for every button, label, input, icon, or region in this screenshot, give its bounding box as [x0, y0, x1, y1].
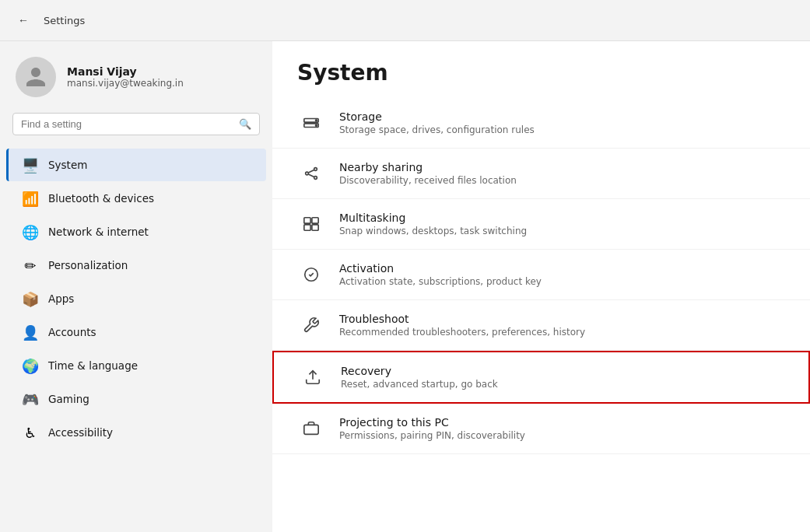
svg-rect-10: [312, 218, 318, 223]
content-header: System: [272, 41, 810, 98]
search-icon: 🔍: [239, 118, 251, 130]
svg-point-3: [316, 124, 317, 126]
sidebar-label-network: Network & internet: [48, 226, 149, 238]
sidebar-item-personalization[interactable]: ✏️ Personalization: [6, 249, 266, 282]
settings-item-recovery[interactable]: Recovery Reset, advanced startup, go bac…: [272, 351, 810, 404]
recovery-icon: [299, 363, 327, 391]
sidebar-item-system[interactable]: 🖥️ System: [6, 149, 266, 181]
sidebar-item-accessibility[interactable]: ♿ Accessibility: [6, 416, 266, 449]
sidebar-item-bluetooth[interactable]: 📶 Bluetooth & devices: [6, 182, 266, 215]
gaming-icon: 🎮: [22, 390, 39, 408]
sidebar-label-system: System: [48, 159, 87, 171]
avatar: [16, 57, 56, 97]
user-email: mansi.vijay@tweaking.in: [67, 78, 184, 89]
back-button[interactable]: ←: [12, 9, 34, 31]
network-icon: 🌐: [22, 223, 39, 240]
recovery-title: Recovery: [341, 365, 498, 377]
settings-item-multitasking[interactable]: Multitasking Snap windows, desktops, tas…: [272, 199, 810, 250]
storage-icon: [297, 109, 325, 137]
title-bar: ← Settings: [0, 0, 810, 41]
user-profile[interactable]: Mansi Vijay mansi.vijay@tweaking.in: [0, 41, 272, 110]
svg-line-8: [308, 174, 314, 177]
bluetooth-icon: 📶: [22, 190, 39, 207]
search-container: 🔍: [0, 110, 272, 145]
sidebar-label-personalization: Personalization: [48, 259, 128, 271]
nav-list: 🖥️ System 📶 Bluetooth & devices 🌐 Networ…: [0, 145, 272, 453]
sidebar-label-accessibility: Accessibility: [48, 426, 113, 439]
system-icon: 🖥️: [22, 156, 39, 173]
svg-point-2: [316, 120, 317, 121]
nearby-sharing-title: Nearby sharing: [339, 161, 517, 173]
nearby-sharing-icon: [297, 159, 325, 187]
storage-title: Storage: [339, 110, 535, 123]
sidebar-label-bluetooth: Bluetooth & devices: [48, 192, 154, 205]
activation-desc: Activation state, subscriptions, product…: [339, 276, 542, 287]
sidebar-label-gaming: Gaming: [48, 393, 89, 405]
storage-desc: Storage space, drives, configuration rul…: [339, 124, 535, 135]
sidebar-label-apps: Apps: [48, 292, 74, 305]
sidebar-item-gaming[interactable]: 🎮 Gaming: [6, 383, 266, 415]
svg-rect-11: [304, 225, 310, 230]
troubleshoot-desc: Recommended troubleshooters, preferences…: [339, 327, 585, 338]
sidebar-item-apps[interactable]: 📦 Apps: [6, 282, 266, 315]
activation-title: Activation: [339, 262, 542, 275]
title-bar-text: Settings: [44, 15, 85, 26]
multitasking-title: Multitasking: [339, 212, 527, 224]
sidebar-label-accounts: Accounts: [48, 326, 96, 338]
sidebar-label-time: Time & language: [48, 359, 138, 372]
projecting-title: Projecting to this PC: [339, 416, 525, 429]
svg-rect-12: [312, 225, 318, 230]
sidebar-item-network[interactable]: 🌐 Network & internet: [6, 215, 266, 248]
search-input[interactable]: [21, 118, 233, 130]
apps-icon: 📦: [22, 290, 39, 307]
settings-item-activation[interactable]: Activation Activation state, subscriptio…: [272, 250, 810, 300]
search-box: 🔍: [12, 113, 260, 135]
time-icon: 🌍: [22, 357, 39, 374]
content-area: System Storage Storage space, drives, co…: [272, 41, 810, 532]
settings-item-nearby-sharing[interactable]: Nearby sharing Discoverability, received…: [272, 149, 810, 199]
svg-rect-9: [304, 218, 310, 223]
multitasking-icon: [297, 210, 325, 238]
projecting-icon: [297, 415, 325, 443]
user-info: Mansi Vijay mansi.vijay@tweaking.in: [67, 65, 184, 89]
svg-rect-15: [304, 425, 318, 434]
settings-item-storage[interactable]: Storage Storage space, drives, configura…: [272, 98, 810, 149]
activation-icon: [297, 261, 325, 289]
accounts-icon: 👤: [22, 324, 39, 341]
projecting-desc: Permissions, pairing PIN, discoverabilit…: [339, 430, 525, 441]
main-layout: Mansi Vijay mansi.vijay@tweaking.in 🔍 🖥️…: [0, 41, 810, 532]
settings-item-projecting[interactable]: Projecting to this PC Permissions, pairi…: [272, 404, 810, 454]
settings-list: Storage Storage space, drives, configura…: [272, 98, 810, 470]
user-name: Mansi Vijay: [67, 65, 184, 78]
recovery-desc: Reset, advanced startup, go back: [341, 379, 498, 390]
sidebar-item-accounts[interactable]: 👤 Accounts: [6, 316, 266, 348]
svg-point-4: [314, 168, 317, 171]
sidebar-item-time[interactable]: 🌍 Time & language: [6, 349, 266, 382]
svg-point-5: [306, 172, 309, 175]
troubleshoot-title: Troubleshoot: [339, 313, 585, 325]
page-title: System: [297, 60, 785, 86]
personalization-icon: ✏️: [22, 257, 39, 274]
settings-item-troubleshoot[interactable]: Troubleshoot Recommended troubleshooters…: [272, 300, 810, 351]
multitasking-desc: Snap windows, desktops, task switching: [339, 226, 527, 236]
nearby-sharing-desc: Discoverability, received files location: [339, 175, 517, 186]
accessibility-icon: ♿: [22, 424, 39, 441]
troubleshoot-icon: [297, 311, 325, 339]
svg-point-6: [314, 177, 317, 180]
svg-line-7: [308, 170, 314, 173]
sidebar: Mansi Vijay mansi.vijay@tweaking.in 🔍 🖥️…: [0, 41, 272, 532]
